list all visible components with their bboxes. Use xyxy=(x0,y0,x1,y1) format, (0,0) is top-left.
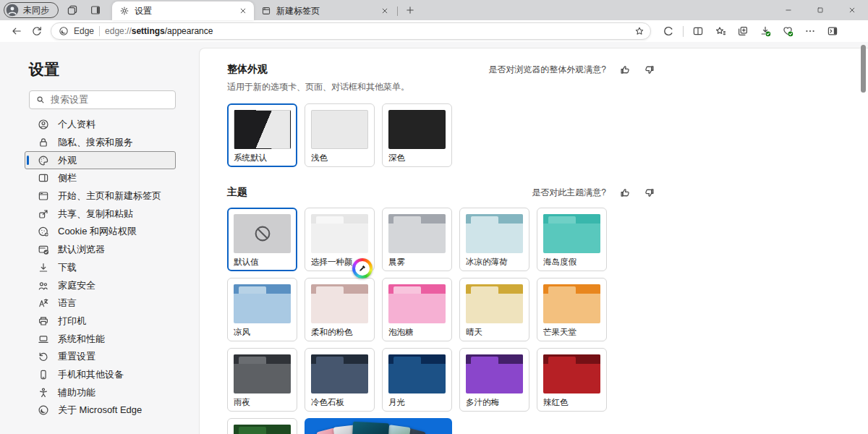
theme-preview xyxy=(466,214,523,253)
refresh-icon xyxy=(31,25,43,37)
sidebar-item[interactable]: 辅助功能 xyxy=(0,383,199,401)
home-tab-icon xyxy=(38,190,49,202)
tab-settings[interactable]: 设置 xyxy=(112,1,254,20)
share-icon xyxy=(38,208,49,220)
theme-card[interactable]: 凉风 xyxy=(227,278,297,341)
sidebar-item[interactable]: 手机和其他设备 xyxy=(0,366,199,384)
theme-card[interactable]: 冷色石板 xyxy=(305,348,375,412)
sidebar-item-label: 侧栏 xyxy=(58,171,77,184)
theme-card[interactable]: 泡泡糖 xyxy=(382,278,452,341)
favorite-this-page-button[interactable] xyxy=(631,24,647,38)
theme-card[interactable]: 柔和的粉色 xyxy=(305,278,375,341)
sidebar-item[interactable]: 系统和性能 xyxy=(0,330,199,348)
sidebar-item-label: 个人资料 xyxy=(58,118,95,131)
edge-logo-icon xyxy=(38,404,49,416)
sidebar-item[interactable]: Cookie 和网站权限 xyxy=(0,223,199,241)
appearance-option-label: 系统默认 xyxy=(234,153,291,163)
sidebar-toggle-button[interactable] xyxy=(822,22,843,41)
thumbs-down-icon[interactable] xyxy=(643,64,655,76)
tab-strip: 设置 新建标签页 xyxy=(112,0,420,20)
sidebar-item[interactable]: 家庭安全 xyxy=(0,276,199,294)
minimize-button[interactable] xyxy=(773,0,804,20)
sidebar-item[interactable]: 关于 Microsoft Edge xyxy=(0,401,199,420)
sidebar-item[interactable]: 打印机 xyxy=(0,312,199,331)
scrollbar-thumb[interactable] xyxy=(861,45,866,93)
tab-actions-icon xyxy=(90,4,101,16)
sidebar-item[interactable]: 个人资料 xyxy=(0,116,199,134)
appearance-option-card[interactable]: 系统默认 xyxy=(227,103,297,167)
theme-card[interactable]: 芒果天堂 xyxy=(537,278,607,341)
tab-divider xyxy=(397,7,398,16)
copilot-icon xyxy=(663,25,674,37)
search-settings-input[interactable]: 搜索设置 xyxy=(29,90,176,109)
collections-icon xyxy=(737,25,749,37)
title-bar: 未同步 设置 新建标签页 xyxy=(0,0,868,20)
tab-close-button[interactable] xyxy=(237,4,250,17)
close-icon xyxy=(239,7,247,14)
theme-label: 雨夜 xyxy=(234,397,291,407)
theme-card[interactable]: 辣红色 xyxy=(537,348,607,412)
browser-essentials-icon xyxy=(782,25,793,37)
workspaces-button[interactable] xyxy=(63,1,82,19)
sidebar-item[interactable]: 侧栏 xyxy=(0,169,199,187)
theme-card[interactable]: 冰凉的薄荷 xyxy=(459,208,529,271)
sidebar-item-label: 默认浏览器 xyxy=(58,243,105,256)
theme-card[interactable]: 多汁的梅 xyxy=(459,348,529,412)
appearance-option-label: 深色 xyxy=(388,153,446,163)
appearance-option-card[interactable]: 浅色 xyxy=(305,103,375,167)
address-divider xyxy=(99,26,100,36)
sidebar-item[interactable]: 开始、主页和新建标签页 xyxy=(0,187,199,205)
sidebar-item[interactable]: 默认浏览器 xyxy=(0,241,199,259)
theme-card[interactable]: 雨夜 xyxy=(227,348,297,412)
sidebar-item-label: 辅助功能 xyxy=(58,386,95,399)
downloads-icon xyxy=(760,25,771,37)
sidebar-item[interactable]: 隐私、搜索和服务 xyxy=(0,134,199,152)
sidebar-item-label: 语言 xyxy=(58,297,77,310)
thumbs-up-icon[interactable] xyxy=(619,64,631,76)
new-tab-button[interactable] xyxy=(401,1,420,19)
sidebar-item[interactable]: 语言 xyxy=(0,294,199,312)
sidebar-item[interactable]: 重置设置 xyxy=(0,348,199,366)
theme-card[interactable] xyxy=(227,418,297,434)
theme-card[interactable]: 晴天 xyxy=(459,278,529,341)
profile-button[interactable]: 未同步 xyxy=(4,2,59,18)
search-icon xyxy=(36,95,45,104)
tab-close-button[interactable] xyxy=(378,4,391,17)
search-placeholder: 搜索设置 xyxy=(51,93,88,106)
sidebar-item[interactable]: 外观 xyxy=(25,151,176,169)
theme-card[interactable]: 海岛度假 xyxy=(537,208,607,271)
maximize-button[interactable] xyxy=(804,0,836,20)
settings-nav: 个人资料隐私、搜索和服务外观侧栏开始、主页和新建标签页共享、复制和粘贴Cooki… xyxy=(0,116,199,420)
thumbs-up-icon[interactable] xyxy=(619,187,631,199)
close-button[interactable] xyxy=(836,0,868,20)
favorites-button[interactable] xyxy=(710,22,731,41)
theme-preview xyxy=(388,284,446,323)
browser-essentials-button[interactable] xyxy=(778,22,798,41)
sidebar-item[interactable]: 下载 xyxy=(0,259,199,277)
more-button[interactable] xyxy=(800,22,820,41)
laptop-icon xyxy=(38,333,49,345)
appearance-option-card[interactable]: 深色 xyxy=(382,103,452,167)
theme-card[interactable]: 选择一种颜... xyxy=(305,208,375,271)
sidebar-item[interactable]: 共享、复制和粘贴 xyxy=(0,205,199,223)
thumbs-down-icon[interactable] xyxy=(643,187,655,199)
theme-gallery-card[interactable] xyxy=(305,418,452,434)
theme-card[interactable]: 默认值 xyxy=(227,208,297,271)
address-bar[interactable]: Edge edge://settings/appearance xyxy=(51,22,651,40)
theme-card[interactable]: 晨雾 xyxy=(382,208,452,271)
color-picker-button[interactable] xyxy=(352,258,373,278)
collections-button[interactable] xyxy=(733,22,753,41)
lock-icon xyxy=(38,137,49,148)
back-button[interactable] xyxy=(7,22,26,41)
copilot-button[interactable] xyxy=(658,22,678,41)
theme-preview xyxy=(543,354,600,393)
tab-new-tab[interactable]: 新建标签页 xyxy=(254,1,396,20)
theme-card[interactable]: 月光 xyxy=(382,348,452,412)
workspaces-icon xyxy=(67,4,78,16)
split-screen-button[interactable] xyxy=(688,22,708,41)
theme-label: 多汁的梅 xyxy=(466,397,523,407)
tab-actions-button[interactable] xyxy=(86,1,105,19)
downloads-button[interactable] xyxy=(755,22,775,41)
refresh-button[interactable] xyxy=(27,22,46,41)
theme-label: 海岛度假 xyxy=(543,257,600,267)
